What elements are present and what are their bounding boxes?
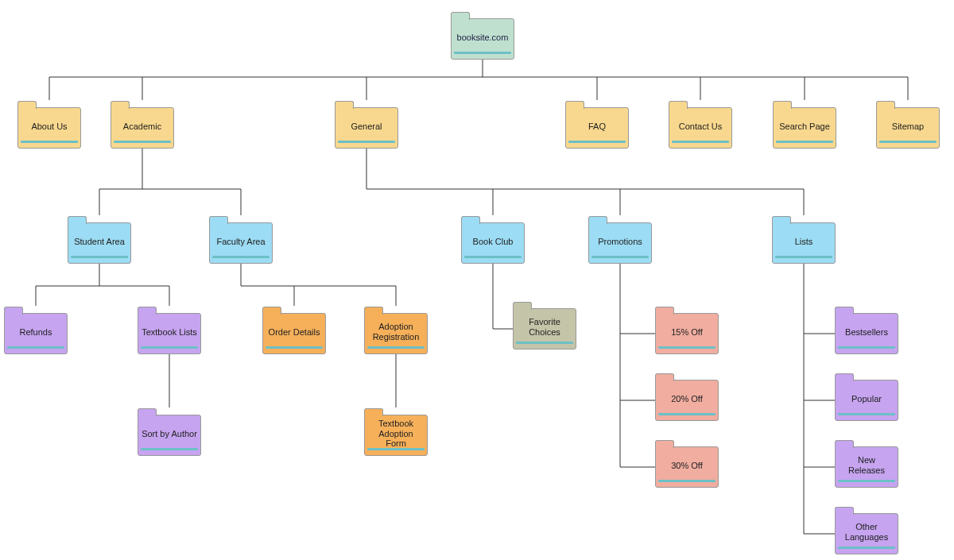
node-root[interactable]: booksite.com	[451, 18, 514, 60]
node-label: Favorite Choices	[517, 317, 572, 337]
folder-tab	[513, 302, 532, 310]
folder-tab	[461, 216, 480, 224]
folder-band	[879, 141, 937, 143]
node-sitemap[interactable]: Sitemap	[876, 107, 940, 149]
node-favorite[interactable]: Favorite Choices	[513, 308, 576, 350]
folder-tab	[588, 216, 607, 224]
node-label: Other Languages	[839, 522, 894, 542]
node-label: Faculty Area	[216, 237, 265, 247]
node-popular[interactable]: Popular	[835, 380, 898, 421]
folder-band	[838, 480, 895, 482]
node-label: 15% Off	[671, 327, 703, 338]
folder-tab	[209, 216, 228, 224]
folder-band	[838, 346, 895, 349]
node-student[interactable]: Student Area	[68, 222, 131, 264]
folder-band	[516, 342, 573, 344]
folder-tab	[772, 216, 791, 224]
folder-band	[838, 413, 895, 415]
folder-tab	[835, 507, 854, 515]
node-label: Refunds	[20, 327, 52, 338]
node-label: Sitemap	[892, 122, 924, 132]
folder-tab	[364, 408, 383, 416]
folder-band	[464, 256, 522, 258]
folder-band	[591, 256, 649, 258]
node-academic[interactable]: Academic	[111, 107, 174, 149]
node-label: FAQ	[588, 122, 606, 132]
node-label: Academic	[123, 122, 161, 132]
node-lists[interactable]: Lists	[772, 222, 836, 264]
connectors	[0, 0, 954, 560]
node-p20[interactable]: 20% Off	[655, 380, 719, 421]
folder-band	[21, 141, 78, 143]
node-sortauthor[interactable]: Sort by Author	[138, 415, 201, 456]
folder-band	[114, 141, 171, 143]
folder-tab	[262, 307, 281, 315]
node-newrel[interactable]: New Releases	[835, 446, 898, 488]
node-adoption[interactable]: Adoption Registration	[364, 313, 428, 354]
node-label: About Us	[31, 122, 67, 132]
node-label: General	[351, 122, 382, 132]
folder-band	[838, 546, 895, 549]
node-label: Adoption Registration	[368, 322, 424, 342]
node-label: Order Details	[269, 327, 320, 338]
node-faculty[interactable]: Faculty Area	[209, 222, 273, 264]
node-search[interactable]: Search Page	[773, 107, 836, 149]
folder-band	[266, 346, 323, 349]
folder-band	[367, 448, 425, 450]
sitemap-canvas: booksite.comAbout UsAcademicGeneralFAQCo…	[0, 0, 954, 560]
folder-tab	[835, 373, 854, 381]
folder-tab	[17, 101, 37, 109]
folder-tab	[138, 408, 157, 416]
node-label: 30% Off	[671, 461, 703, 471]
node-refunds[interactable]: Refunds	[4, 313, 68, 354]
folder-band	[71, 256, 128, 258]
folder-tab	[138, 307, 157, 315]
node-label: Popular	[851, 394, 882, 404]
node-label: Sort by Author	[142, 429, 197, 439]
folder-tab	[4, 307, 23, 315]
folder-tab	[68, 216, 87, 224]
folder-tab	[451, 12, 470, 20]
folder-band	[775, 256, 832, 258]
folder-tab	[655, 373, 674, 381]
folder-band	[658, 480, 716, 482]
node-otherlang[interactable]: Other Languages	[835, 513, 898, 554]
node-faq[interactable]: FAQ	[565, 107, 629, 149]
node-label: Book Club	[473, 237, 514, 247]
node-label: Lists	[795, 237, 813, 247]
node-label: Textbook Adoption Form	[368, 419, 424, 449]
folder-tab	[565, 101, 584, 109]
folder-band	[141, 448, 198, 450]
folder-band	[454, 52, 511, 54]
node-promotions[interactable]: Promotions	[588, 222, 652, 264]
folder-band	[141, 346, 198, 349]
node-orderdetails[interactable]: Order Details	[262, 313, 326, 354]
node-aboutus[interactable]: About Us	[17, 107, 81, 149]
node-bookclub[interactable]: Book Club	[461, 222, 525, 264]
node-p15[interactable]: 15% Off	[655, 313, 719, 354]
folder-tab	[835, 440, 854, 448]
folder-band	[212, 256, 270, 258]
folder-tab	[773, 101, 792, 109]
node-general[interactable]: General	[335, 107, 398, 149]
node-form[interactable]: Textbook Adoption Form	[364, 415, 428, 456]
folder-band	[658, 413, 716, 415]
node-label: booksite.com	[457, 33, 509, 43]
folder-band	[367, 346, 425, 349]
folder-tab	[835, 307, 854, 315]
node-contact[interactable]: Contact Us	[669, 107, 732, 149]
node-label: 20% Off	[671, 394, 703, 404]
folder-tab	[111, 101, 130, 109]
folder-band	[568, 141, 626, 143]
folder-tab	[876, 101, 895, 109]
folder-tab	[669, 101, 688, 109]
folder-band	[7, 346, 64, 349]
folder-tab	[655, 307, 674, 315]
node-bestsellers[interactable]: Bestsellers	[835, 313, 898, 354]
folder-tab	[335, 101, 354, 109]
node-textbooks[interactable]: Textbook Lists	[138, 313, 201, 354]
folder-tab	[655, 440, 674, 448]
node-p30[interactable]: 30% Off	[655, 446, 719, 488]
node-label: Textbook Lists	[142, 327, 197, 338]
folder-band	[776, 141, 833, 143]
